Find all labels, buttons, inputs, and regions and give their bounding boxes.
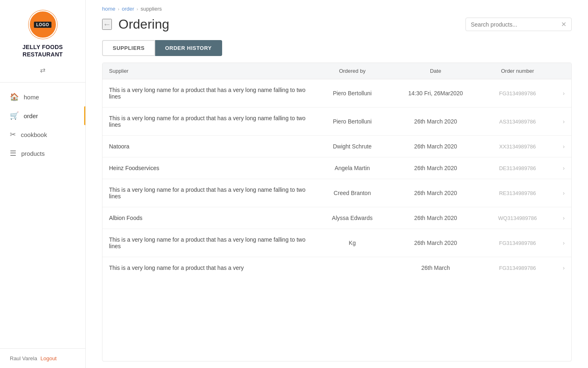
cell-arrow[interactable]: › (553, 179, 571, 207)
sidebar-nav: 🏠 home 🛒 order ✂ cookbook ☰ products (0, 84, 85, 348)
page-header: ← Ordering ✕ (86, 12, 588, 32)
cell-ordered-by (315, 257, 389, 279)
logo-circle: LOGO (28, 10, 58, 39)
cell-date: 26th March 2020 (389, 179, 482, 207)
cell-date: 26th March 2020 (389, 157, 482, 179)
sidebar-item-home-label: home (24, 94, 39, 101)
cell-supplier: This is a very long name for a product t… (102, 108, 315, 136)
cell-ordered-by: Creed Branton (315, 179, 389, 207)
table-row[interactable]: This is a very long name for a product t… (102, 229, 571, 257)
cell-supplier: This is a very long name for a product t… (102, 79, 315, 108)
cell-supplier: This is a very long name for a product t… (102, 257, 315, 279)
sidebar: LOGO JELLY FOODS RESTAURANT ⇄ 🏠 home 🛒 o… (0, 0, 86, 368)
cell-arrow[interactable]: › (553, 257, 571, 279)
cell-date: 26th March (389, 257, 482, 279)
home-icon: 🏠 (10, 92, 19, 101)
cell-date: 14:30 Fri, 26Mar2020 (389, 79, 482, 108)
cell-ordered-by: Dwight Schrute (315, 136, 389, 157)
breadcrumb-order[interactable]: order (122, 6, 134, 12)
restaurant-name: JELLY FOODS RESTAURANT (22, 43, 63, 58)
row-arrow-icon[interactable]: › (559, 118, 565, 125)
order-icon: 🛒 (10, 111, 19, 120)
row-arrow-icon[interactable]: › (559, 90, 565, 96)
table-row[interactable]: Albion Foods Alyssa Edwards 26th March 2… (102, 207, 571, 229)
main-content: home › order › suppliers ← Ordering ✕ SU… (86, 0, 588, 368)
cell-arrow[interactable]: › (553, 207, 571, 229)
col-header-supplier: Supplier (102, 63, 315, 79)
col-header-date: Date (389, 63, 482, 79)
sidebar-item-order-label: order (24, 112, 38, 119)
cell-supplier: Natoora (102, 136, 315, 157)
cell-ordered-by: Kg (315, 229, 389, 257)
sidebar-item-cookbook[interactable]: ✂ cookbook (0, 125, 85, 144)
cell-ordered-by: Alyssa Edwards (315, 207, 389, 229)
tab-order-history[interactable]: ORDER HISTORY (155, 40, 222, 56)
breadcrumb-sep-2: › (137, 7, 138, 11)
row-arrow-icon[interactable]: › (559, 143, 565, 150)
orders-table-container: Supplier Ordered by Date Order number Th… (102, 63, 572, 361)
col-header-ordered-by: Ordered by (315, 63, 389, 79)
page-title: Ordering (118, 17, 459, 32)
sidebar-item-cookbook-label: cookbook (21, 131, 47, 138)
cell-supplier: Heinz Foodservices (102, 157, 315, 179)
table-row[interactable]: This is a very long name for a product t… (102, 257, 571, 279)
search-clear-icon[interactable]: ✕ (561, 20, 566, 28)
table-header-row: Supplier Ordered by Date Order number (102, 63, 571, 79)
logo-badge: LOGO (34, 22, 51, 28)
row-arrow-icon[interactable]: › (559, 215, 565, 221)
table-row[interactable]: Natoora Dwight Schrute 26th March 2020 X… (102, 136, 571, 157)
sidebar-item-products-label: products (21, 150, 45, 157)
row-arrow-icon[interactable]: › (559, 265, 565, 271)
cell-date: 26th March 2020 (389, 207, 482, 229)
cell-order-number: FG3134989786 (482, 79, 553, 108)
breadcrumb: home › order › suppliers (86, 0, 588, 12)
cell-supplier: This is a very long name for a product t… (102, 229, 315, 257)
row-arrow-icon[interactable]: › (559, 240, 565, 246)
cell-arrow[interactable]: › (553, 79, 571, 108)
cell-supplier: Albion Foods (102, 207, 315, 229)
table-row[interactable]: This is a very long name for a product t… (102, 108, 571, 136)
cell-supplier: This is a very long name for a product t… (102, 179, 315, 207)
col-header-action (553, 63, 571, 79)
sidebar-item-order[interactable]: 🛒 order (0, 106, 85, 125)
breadcrumb-sep-1: › (118, 7, 120, 11)
sidebar-divider (0, 82, 85, 83)
orders-table: Supplier Ordered by Date Order number Th… (102, 63, 571, 278)
col-header-order-number: Order number (482, 63, 553, 79)
cell-date: 26th March 2020 (389, 108, 482, 136)
cell-order-number: FG3134989786 (482, 229, 553, 257)
cell-arrow[interactable]: › (553, 157, 571, 179)
cell-arrow[interactable]: › (553, 108, 571, 136)
cell-arrow[interactable]: › (553, 136, 571, 157)
row-arrow-icon[interactable]: › (559, 165, 565, 171)
cell-order-number: RE3134989786 (482, 179, 553, 207)
sidebar-toggle[interactable]: ⇄ (0, 66, 85, 74)
cell-date: 26th March 2020 (389, 229, 482, 257)
cell-order-number: DE3134989786 (482, 157, 553, 179)
cookbook-icon: ✂ (10, 130, 16, 139)
cell-order-number: WQ3134989786 (482, 207, 553, 229)
row-arrow-icon[interactable]: › (559, 190, 565, 196)
sidebar-footer: Raul Varela Logout (0, 348, 85, 368)
products-icon: ☰ (10, 149, 16, 158)
logout-link[interactable]: Logout (40, 355, 57, 361)
tabs-row: SUPPLIERS ORDER HISTORY (86, 32, 588, 56)
back-button[interactable]: ← (102, 19, 112, 30)
breadcrumb-home[interactable]: home (102, 6, 116, 12)
tab-suppliers[interactable]: SUPPLIERS (102, 40, 155, 56)
toggle-icon[interactable]: ⇄ (40, 66, 45, 74)
cell-order-number: AS3134989786 (482, 108, 553, 136)
cell-ordered-by: Piero Bertolluni (315, 108, 389, 136)
sidebar-item-products[interactable]: ☰ products (0, 144, 85, 163)
search-input[interactable] (471, 21, 561, 28)
table-row[interactable]: This is a very long name for a product t… (102, 79, 571, 108)
sidebar-item-home[interactable]: 🏠 home (0, 88, 85, 106)
cell-order-number: FG3134989786 (482, 257, 553, 279)
cell-arrow[interactable]: › (553, 229, 571, 257)
cell-ordered-by: Angela Martin (315, 157, 389, 179)
table-row[interactable]: Heinz Foodservices Angela Martin 26th Ma… (102, 157, 571, 179)
table-row[interactable]: This is a very long name for a product t… (102, 179, 571, 207)
footer-user: Raul Varela (10, 355, 37, 361)
search-box: ✕ (466, 18, 572, 31)
cell-order-number: XX3134989786 (482, 136, 553, 157)
